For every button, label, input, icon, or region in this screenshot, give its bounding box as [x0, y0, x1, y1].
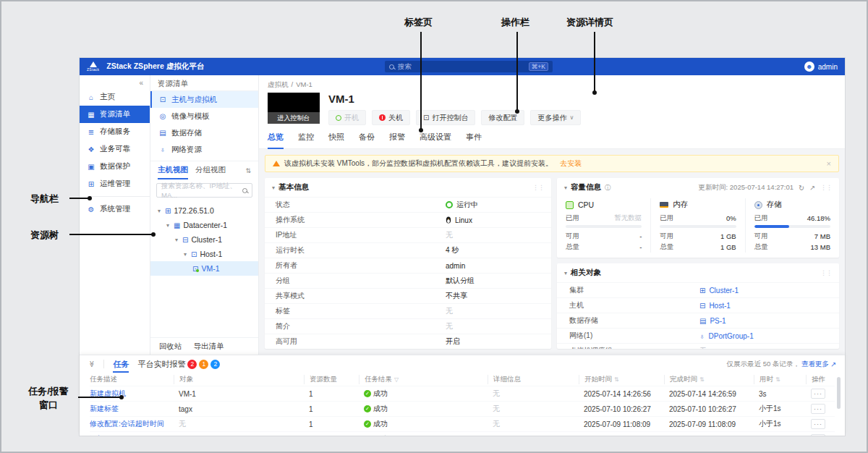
- recycle-bin-link[interactable]: 回收站: [159, 342, 182, 352]
- tab-monitoring[interactable]: 监控: [298, 132, 314, 148]
- export-list-link[interactable]: 导出清单: [194, 342, 224, 352]
- sidebar-item-business[interactable]: ❖业务可靠: [80, 140, 150, 158]
- tab-backup[interactable]: 备份: [359, 132, 375, 148]
- task-desc-link[interactable]: 新建标签: [90, 404, 174, 414]
- sidebar-item-resources[interactable]: ▦资源清单: [80, 106, 150, 123]
- task-desc-link[interactable]: 添加vCenter: [90, 434, 174, 436]
- drag-handle-icon[interactable]: ⋮⋮: [820, 184, 832, 191]
- row-more-button[interactable]: ···: [811, 434, 825, 436]
- sidebar-item-system[interactable]: ⚙系统管理: [80, 200, 150, 218]
- resource-item-datastore[interactable]: ▤数据存储: [150, 124, 258, 141]
- tree-node-vcenter[interactable]: ▾⊞172.26.51.0: [150, 203, 258, 218]
- tree-node-host[interactable]: ▾⊡Host-1: [150, 247, 258, 261]
- task-count: 1: [304, 405, 359, 413]
- global-search-input[interactable]: 搜索 ⌘+K: [385, 61, 553, 72]
- tab-events[interactable]: 事件: [466, 132, 482, 148]
- tree-search-placeholder: 搜索资源名称、IP地址、MA...: [161, 182, 242, 199]
- vmtools-warning-banner: 该虚拟机未安装 VMTools，部分监控数据和虚拟机配置依赖该工具，建议提前安装…: [265, 155, 839, 172]
- sort-icon[interactable]: ⇅: [614, 376, 619, 383]
- col-start: 开始时间⇅: [579, 375, 664, 384]
- tree-node-vm[interactable]: ⊡VM-1: [150, 261, 258, 276]
- task-end: 2025-07-09 11:08:09: [664, 420, 754, 428]
- tree-expand-icon[interactable]: ▾: [156, 208, 162, 214]
- tree-node-datacenter[interactable]: ▾▦Datacenter-1: [150, 218, 258, 232]
- host-link[interactable]: Host-1: [709, 302, 730, 310]
- expand-icon[interactable]: ↗: [809, 184, 815, 192]
- sidebar-item-storage[interactable]: ≣存储服务: [80, 123, 150, 140]
- close-icon[interactable]: ×: [827, 159, 831, 168]
- tab-snapshot[interactable]: 快照: [328, 132, 344, 148]
- panel-collapse-icon[interactable]: ≫: [88, 360, 95, 367]
- breadcrumb-parent[interactable]: 虚拟机: [268, 80, 289, 90]
- sort-icon[interactable]: ⇅: [699, 376, 705, 383]
- tree-expand-icon[interactable]: ▾: [174, 237, 179, 243]
- row-more-button[interactable]: ···: [811, 389, 825, 399]
- tab-host-view[interactable]: 主机视图: [158, 161, 188, 179]
- power-on-button[interactable]: 开机: [328, 110, 366, 125]
- running-status-icon: [446, 201, 453, 208]
- resource-item-network[interactable]: ♁网络资源: [150, 141, 258, 158]
- view-config-icon[interactable]: ⇅: [245, 167, 251, 174]
- filter-icon[interactable]: ▽: [394, 376, 399, 383]
- memory-progress-bar: [660, 225, 736, 228]
- search-shortcut-badge: ⌘+K: [529, 62, 548, 71]
- collapse-caret-icon[interactable]: ▾: [564, 185, 567, 191]
- total-value: 1 GB: [720, 243, 736, 251]
- tab-overview[interactable]: 总览: [268, 132, 284, 149]
- vm-meta: VM-1 开机 关机 ⊡打开控制台 修改配置 更多操作∨: [328, 93, 581, 125]
- task-desc-link[interactable]: 修改配置:会话超时时间: [90, 419, 174, 429]
- card-title: 容量信息: [571, 182, 601, 192]
- tab-platform-alarms[interactable]: 平台实时报警 2 1 2: [137, 359, 220, 370]
- tree-search-input[interactable]: 搜索资源名称、IP地址、MA...: [156, 183, 252, 198]
- related-label: 主机: [569, 300, 699, 310]
- sidebar-collapse-button[interactable]: «: [80, 77, 150, 88]
- collapse-caret-icon[interactable]: ▾: [564, 270, 567, 276]
- sidebar-item-home[interactable]: ⌂主页: [80, 88, 150, 106]
- avail-value: 7 MB: [814, 232, 830, 240]
- row-more-button[interactable]: ···: [811, 419, 825, 429]
- view-more-link[interactable]: 查看更多: [801, 360, 829, 369]
- more-actions-button[interactable]: 更多操作∨: [530, 110, 581, 125]
- install-vmtools-link[interactable]: 去安装: [560, 158, 582, 169]
- external-link-icon[interactable]: ↗: [830, 360, 836, 368]
- console-thumbnail[interactable]: 进入控制台: [268, 93, 320, 124]
- cluster-link[interactable]: Cluster-1: [709, 287, 739, 295]
- row-more-button[interactable]: ···: [811, 404, 825, 414]
- open-console-button[interactable]: ⊡打开控制台: [416, 110, 475, 125]
- power-off-icon: [379, 114, 386, 121]
- annotated-screenshot: ZStack ZStack ZSphere 虚拟化平台 搜索 ⌘+K ☻ adm…: [0, 0, 868, 453]
- sidebar-item-ops[interactable]: ⊞运维管理: [80, 175, 150, 192]
- refresh-icon[interactable]: ↻: [799, 184, 804, 192]
- tab-advanced[interactable]: 高级设置: [420, 132, 451, 148]
- warning-alarm-badge: 1: [199, 360, 208, 369]
- resource-panel-footer: 回收站 导出清单: [150, 337, 258, 355]
- vm-header: 进入控制台 VM-1 开机 关机 ⊡打开控制台 修改配置 更多操作∨: [259, 93, 845, 125]
- tab-group-view[interactable]: 分组视图: [195, 161, 226, 179]
- datastore-link[interactable]: PS-1: [710, 317, 726, 325]
- power-off-button[interactable]: 关机: [372, 110, 410, 125]
- success-check-icon: ✓: [364, 405, 371, 412]
- tab-tasks[interactable]: 任务: [113, 355, 129, 373]
- tree-expand-icon[interactable]: ▾: [182, 251, 188, 258]
- annotation-resource-detail: 资源详情页: [566, 16, 613, 29]
- task-start: 2025-07-14 14:26:56: [579, 390, 664, 398]
- tab-alarm[interactable]: 报警: [389, 132, 405, 148]
- drag-handle-icon[interactable]: ⋮⋮: [820, 269, 832, 276]
- resource-item-hosts-vms[interactable]: ⊡主机与虚拟机: [150, 91, 258, 108]
- enter-console-button[interactable]: 进入控制台: [268, 112, 320, 124]
- sort-icon[interactable]: ⇅: [775, 376, 780, 383]
- tree-node-cluster[interactable]: ▾⊟Cluster-1: [150, 232, 258, 247]
- resource-item-images[interactable]: ◎镜像与模板: [150, 108, 258, 124]
- network-link[interactable]: DPortGroup-1: [709, 332, 754, 340]
- scrollbar[interactable]: [837, 377, 841, 409]
- drag-handle-icon[interactable]: ⋮⋮: [532, 184, 544, 191]
- user-menu[interactable]: ☻ admin: [804, 62, 838, 72]
- tree-expand-icon[interactable]: ▾: [165, 222, 171, 229]
- sidebar-item-data-protect[interactable]: ▣数据保护: [80, 158, 150, 175]
- resource-list-panel: 资源清单 ⊡主机与虚拟机 ◎镜像与模板 ▤数据存储 ♁网络资源 主机视图 分组视…: [150, 75, 259, 355]
- collapse-caret-icon[interactable]: ▾: [272, 185, 275, 191]
- storage-disk-icon: [754, 201, 762, 209]
- metric-name: 内存: [673, 200, 688, 210]
- success-check-icon: ✓: [364, 390, 371, 397]
- avail-value: -: [639, 232, 642, 240]
